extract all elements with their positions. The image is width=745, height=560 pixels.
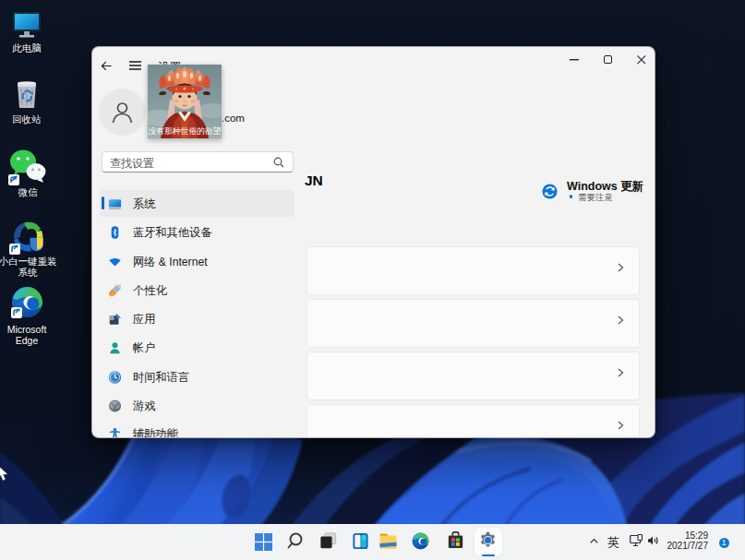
svg-text:没有那种世俗的欲望: 没有那种世俗的欲望 (148, 126, 221, 136)
